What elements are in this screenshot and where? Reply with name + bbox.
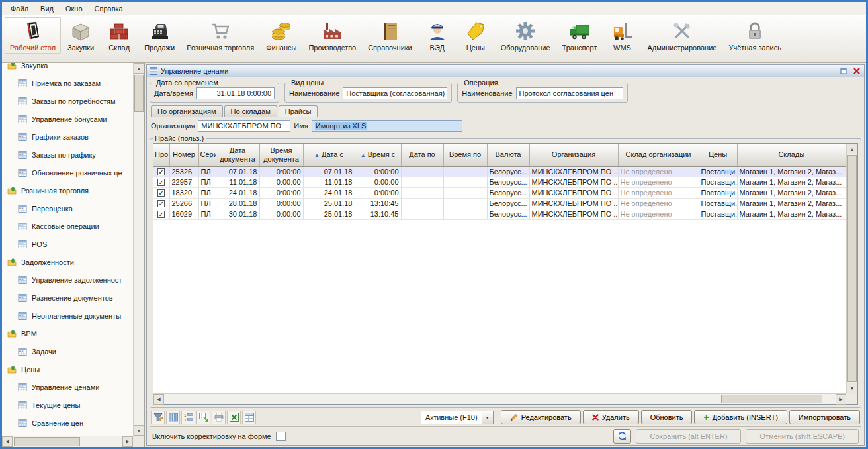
table-row[interactable]: ✓25326ПЛ07.01.180:00:0007.01.180:00:00Бе… bbox=[153, 166, 846, 177]
table-vertical-scrollbar[interactable]: ▲ ▼ bbox=[846, 144, 857, 393]
export-grid-button[interactable] bbox=[196, 411, 210, 424]
column-header[interactable]: Валюта bbox=[487, 144, 529, 166]
toolbar-item-cash-register[interactable]: Продажи bbox=[139, 17, 180, 54]
scroll-up-icon[interactable]: ▲ bbox=[134, 63, 144, 74]
menu-item-1[interactable]: Вид bbox=[34, 3, 60, 14]
column-header[interactable]: Время документа bbox=[259, 144, 303, 166]
organization-input[interactable]: МИНСКХЛЕБПРОМ ПО... bbox=[198, 120, 290, 132]
column-header[interactable]: Организация bbox=[529, 144, 618, 166]
scroll-left-icon[interactable]: ◀ bbox=[153, 394, 164, 405]
sidebar-item-9[interactable]: Кассовые операции bbox=[2, 217, 133, 235]
toolbar-item-factory[interactable]: Производство bbox=[303, 17, 361, 54]
add-button[interactable]: + Добавить (INSERT) bbox=[694, 410, 787, 424]
toolbar-item-shopping-cart[interactable]: Розничная торговля bbox=[181, 17, 259, 54]
chevron-down-icon[interactable]: ▼ bbox=[482, 411, 493, 424]
scroll-right-icon[interactable]: ▶ bbox=[122, 436, 133, 447]
toolbar-item-coins[interactable]: Финансы bbox=[261, 17, 302, 54]
sidebar-item-6[interactable]: Обновление розничных це bbox=[2, 164, 133, 181]
column-header[interactable]: Дата документа bbox=[216, 144, 259, 166]
sidebar-item-17[interactable]: Цены bbox=[2, 360, 133, 378]
sidebar-item-20[interactable]: Сравнение цен bbox=[2, 414, 133, 432]
sidebar-item-19[interactable]: Текущие цены bbox=[2, 396, 133, 414]
row-checkbox[interactable]: ✓ bbox=[157, 168, 165, 175]
sidebar-item-15[interactable]: BPM bbox=[2, 324, 133, 342]
numbering-button[interactable]: ​12 bbox=[181, 411, 195, 424]
table-row[interactable]: ✓18320ПЛ24.01.180:00:0024.01.180:00:00Бе… bbox=[153, 187, 846, 198]
toolbar-item-purchases-box[interactable]: Закупки bbox=[62, 17, 99, 54]
toolbar-item-padlock[interactable]: Учётная запись bbox=[723, 17, 787, 54]
refresh-button[interactable]: Обновить bbox=[641, 410, 693, 424]
filter-mode-dropdown[interactable]: Активные (F10) ▼ bbox=[421, 411, 494, 424]
toolbar-item-price-tag[interactable]: Цены bbox=[457, 17, 494, 54]
print-button[interactable] bbox=[212, 411, 226, 424]
column-header[interactable]: Сери bbox=[198, 144, 216, 166]
toolbar-item-gear[interactable]: Оборудование bbox=[496, 17, 556, 54]
save-button[interactable]: Сохранить (alt ENTER) bbox=[636, 429, 741, 444]
toolbar-item-customs-officer[interactable]: ВЭД bbox=[419, 17, 456, 54]
column-header[interactable]: ▲ Время с bbox=[355, 144, 401, 166]
tab-prices[interactable]: Прайсы bbox=[279, 105, 318, 117]
sidebar-item-8[interactable]: Переоценка bbox=[2, 199, 133, 217]
sidebar-item-7[interactable]: Розничная торговля bbox=[2, 181, 133, 199]
sidebar-item-11[interactable]: Задолженности bbox=[2, 253, 133, 271]
sidebar-item-18[interactable]: Управление ценами bbox=[2, 378, 133, 396]
row-checkbox[interactable]: ✓ bbox=[157, 200, 165, 207]
sidebar-item-13[interactable]: Разнесение документов bbox=[2, 289, 133, 307]
scroll-right-icon[interactable]: ▶ bbox=[836, 394, 846, 405]
column-header[interactable]: Номер bbox=[169, 144, 198, 166]
edit-button[interactable]: Редактировать bbox=[501, 410, 581, 424]
sidebar-item-16[interactable]: Задачи bbox=[2, 342, 133, 360]
table-horizontal-scrollbar[interactable]: ◀ ▶ bbox=[153, 393, 846, 404]
price-kind-input[interactable]: Поставщика (согласованная) bbox=[343, 87, 447, 99]
toolbar-item-book[interactable]: Справочники bbox=[363, 17, 417, 54]
grid-settings-button[interactable] bbox=[242, 411, 256, 424]
table-row[interactable]: ✓25266ПЛ28.01.180:00:0025.01.1813:10:45Б… bbox=[153, 198, 846, 209]
sidebar-horizontal-scrollbar[interactable]: ◀ ▶ bbox=[2, 436, 133, 447]
filter-button[interactable] bbox=[151, 411, 165, 424]
sidebar-item-12[interactable]: Управление задолженност bbox=[2, 271, 133, 289]
sidebar-item-5[interactable]: Заказы по графику bbox=[2, 146, 133, 164]
table-row[interactable]: ✓16029ПЛ30.01.180:00:0025.01.1813:10:45Б… bbox=[153, 209, 846, 219]
sidebar-item-1[interactable]: Приемка по заказам bbox=[2, 74, 133, 92]
sidebar-item-2[interactable]: Заказы по потребностям bbox=[2, 92, 133, 110]
row-checkbox[interactable]: ✓ bbox=[157, 189, 165, 197]
sidebar-item-0[interactable]: Закупка bbox=[2, 63, 133, 74]
row-checkbox[interactable]: ✓ bbox=[157, 179, 165, 186]
menu-item-3[interactable]: Справка bbox=[89, 3, 129, 14]
tab-by-warehouses[interactable]: По складам bbox=[224, 105, 277, 117]
sidebar-item-14[interactable]: Неоплаченные документы bbox=[2, 307, 133, 324]
import-button[interactable]: Импортировать bbox=[789, 410, 860, 424]
sidebar-vertical-scrollbar[interactable]: ▲ ▼ bbox=[133, 63, 144, 436]
excel-button[interactable] bbox=[227, 411, 241, 424]
datetime-input[interactable]: 31.01.18 0:00:00 bbox=[196, 87, 275, 99]
column-header[interactable]: Склады bbox=[737, 144, 846, 166]
toolbar-item-forklift[interactable]: WMS bbox=[604, 17, 641, 54]
scroll-up-icon[interactable]: ▲ bbox=[847, 144, 857, 154]
row-checkbox[interactable]: ✓ bbox=[157, 211, 165, 218]
toolbar-item-truck[interactable]: Транспорт bbox=[557, 17, 603, 54]
scroll-down-icon[interactable]: ▼ bbox=[134, 425, 144, 436]
table-row[interactable]: ✓22957ПЛ11.01.180:00:0011.01.180:00:00Бе… bbox=[153, 177, 846, 187]
correction-checkbox[interactable] bbox=[276, 432, 286, 441]
toolbar-item-desktop[interactable]: Рабочий стол bbox=[5, 17, 61, 54]
scroll-left-icon[interactable]: ◀ bbox=[2, 436, 13, 447]
close-button[interactable] bbox=[851, 66, 861, 75]
operation-input[interactable]: Протокол согласования цен bbox=[516, 87, 623, 99]
scroll-down-icon[interactable]: ▼ bbox=[847, 383, 857, 393]
name-input[interactable]: Импорт из XLS bbox=[312, 120, 462, 132]
column-header[interactable]: Склад организации bbox=[618, 144, 699, 166]
column-header[interactable]: Про bbox=[153, 144, 169, 166]
column-header[interactable]: Дата по bbox=[401, 144, 443, 166]
delete-button[interactable]: Удалить bbox=[583, 410, 639, 424]
maximize-button[interactable] bbox=[838, 66, 848, 75]
sidebar-item-10[interactable]: POS bbox=[2, 235, 133, 253]
sidebar-item-4[interactable]: Графики заказов bbox=[2, 128, 133, 146]
tab-by-organizations[interactable]: По организациям bbox=[151, 105, 223, 117]
column-header[interactable]: Время по bbox=[443, 144, 487, 166]
column-header[interactable]: Цены bbox=[699, 144, 737, 166]
columns-button[interactable] bbox=[166, 411, 180, 424]
sidebar-item-3[interactable]: Управление бонусами bbox=[2, 110, 133, 128]
cancel-button[interactable]: Отменить (shift ESCAPE) bbox=[746, 429, 859, 444]
menu-item-2[interactable]: Окно bbox=[60, 3, 89, 14]
column-header[interactable]: ▲ Дата с bbox=[303, 144, 355, 166]
